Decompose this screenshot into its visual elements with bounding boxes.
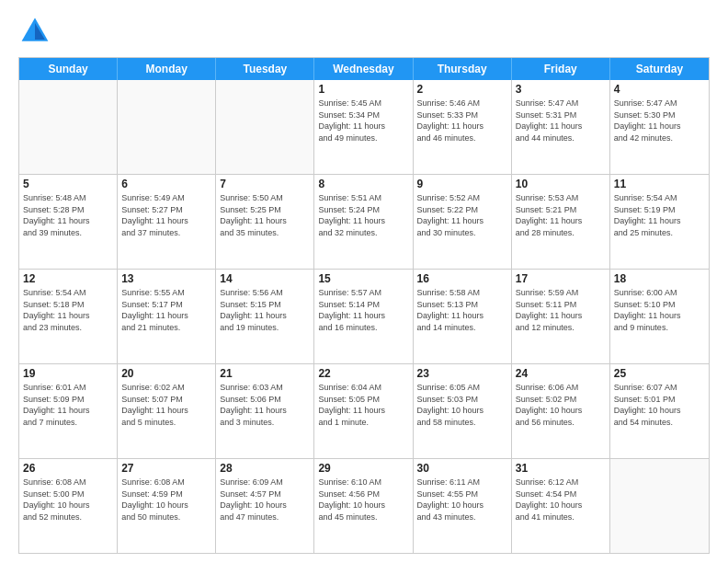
day-info: Sunrise: 6:07 AM Sunset: 5:01 PM Dayligh…: [614, 382, 705, 428]
day-info: Sunrise: 6:08 AM Sunset: 5:00 PM Dayligh…: [23, 477, 113, 523]
weekday-header-saturday: Saturday: [610, 58, 709, 80]
day-number: 1: [318, 83, 408, 96]
day-number: 2: [417, 83, 507, 96]
calendar-day-6: 6Sunrise: 5:49 AM Sunset: 5:27 PM Daylig…: [118, 175, 216, 269]
weekday-header-sunday: Sunday: [19, 58, 118, 80]
day-number: 28: [220, 462, 310, 475]
calendar-day-11: 11Sunrise: 5:54 AM Sunset: 5:19 PM Dayli…: [610, 175, 709, 269]
calendar-day-22: 22Sunrise: 6:04 AM Sunset: 5:05 PM Dayli…: [314, 364, 413, 458]
calendar-day-9: 9Sunrise: 5:52 AM Sunset: 5:22 PM Daylig…: [414, 175, 512, 269]
calendar-day-15: 15Sunrise: 5:57 AM Sunset: 5:14 PM Dayli…: [314, 270, 413, 363]
calendar-day-24: 24Sunrise: 6:06 AM Sunset: 5:02 PM Dayli…: [512, 364, 610, 458]
calendar-day-23: 23Sunrise: 6:05 AM Sunset: 5:03 PM Dayli…: [414, 364, 512, 458]
day-number: 3: [516, 83, 606, 96]
calendar-day-19: 19Sunrise: 6:01 AM Sunset: 5:09 PM Dayli…: [19, 364, 118, 458]
day-info: Sunrise: 5:55 AM Sunset: 5:17 PM Dayligh…: [121, 287, 211, 333]
day-number: 30: [417, 462, 507, 475]
day-info: Sunrise: 6:11 AM Sunset: 4:55 PM Dayligh…: [417, 477, 507, 523]
calendar: SundayMondayTuesdayWednesdayThursdayFrid…: [18, 57, 710, 554]
calendar-day-2: 2Sunrise: 5:46 AM Sunset: 5:33 PM Daylig…: [414, 80, 512, 174]
logo-icon: [18, 15, 51, 48]
day-number: 17: [516, 272, 606, 285]
day-number: 18: [614, 272, 705, 285]
day-number: 26: [23, 462, 113, 475]
calendar-day-empty: [216, 80, 314, 174]
calendar-day-17: 17Sunrise: 5:59 AM Sunset: 5:11 PM Dayli…: [512, 270, 610, 363]
day-info: Sunrise: 5:59 AM Sunset: 5:11 PM Dayligh…: [516, 287, 606, 333]
weekday-header-thursday: Thursday: [414, 58, 512, 80]
day-info: Sunrise: 5:53 AM Sunset: 5:21 PM Dayligh…: [516, 192, 606, 238]
calendar-day-20: 20Sunrise: 6:02 AM Sunset: 5:07 PM Dayli…: [118, 364, 216, 458]
calendar-day-28: 28Sunrise: 6:09 AM Sunset: 4:57 PM Dayli…: [216, 459, 314, 553]
day-info: Sunrise: 5:58 AM Sunset: 5:13 PM Dayligh…: [417, 287, 507, 333]
day-number: 5: [23, 178, 113, 190]
calendar-day-5: 5Sunrise: 5:48 AM Sunset: 5:28 PM Daylig…: [19, 175, 118, 269]
day-number: 9: [417, 178, 507, 190]
day-info: Sunrise: 6:12 AM Sunset: 4:54 PM Dayligh…: [516, 477, 606, 523]
calendar-day-21: 21Sunrise: 6:03 AM Sunset: 5:06 PM Dayli…: [216, 364, 314, 458]
calendar-week-1: 1Sunrise: 5:45 AM Sunset: 5:34 PM Daylig…: [19, 80, 709, 175]
day-number: 15: [318, 272, 408, 285]
calendar-day-29: 29Sunrise: 6:10 AM Sunset: 4:56 PM Dayli…: [314, 459, 413, 553]
day-number: 14: [220, 272, 310, 285]
calendar-day-25: 25Sunrise: 6:07 AM Sunset: 5:01 PM Dayli…: [610, 364, 709, 458]
logo: [18, 15, 57, 48]
calendar-day-empty: [118, 80, 216, 174]
weekday-header-tuesday: Tuesday: [216, 58, 314, 80]
day-number: 20: [121, 367, 211, 380]
calendar-day-3: 3Sunrise: 5:47 AM Sunset: 5:31 PM Daylig…: [512, 80, 610, 174]
day-info: Sunrise: 6:01 AM Sunset: 5:09 PM Dayligh…: [23, 382, 113, 428]
day-number: 29: [318, 462, 408, 475]
weekday-header-wednesday: Wednesday: [314, 58, 413, 80]
day-info: Sunrise: 6:06 AM Sunset: 5:02 PM Dayligh…: [516, 382, 606, 428]
day-info: Sunrise: 5:56 AM Sunset: 5:15 PM Dayligh…: [220, 287, 310, 333]
calendar-week-5: 26Sunrise: 6:08 AM Sunset: 5:00 PM Dayli…: [19, 459, 709, 553]
day-number: 27: [121, 462, 211, 475]
day-number: 11: [614, 178, 705, 190]
day-number: 7: [220, 178, 310, 190]
calendar-day-16: 16Sunrise: 5:58 AM Sunset: 5:13 PM Dayli…: [414, 270, 512, 363]
day-info: Sunrise: 5:54 AM Sunset: 5:18 PM Dayligh…: [23, 287, 113, 333]
calendar-body: 1Sunrise: 5:45 AM Sunset: 5:34 PM Daylig…: [19, 80, 709, 553]
day-number: 6: [121, 178, 211, 190]
calendar-week-3: 12Sunrise: 5:54 AM Sunset: 5:18 PM Dayli…: [19, 270, 709, 364]
day-info: Sunrise: 6:04 AM Sunset: 5:05 PM Dayligh…: [318, 382, 408, 428]
calendar-header-row: SundayMondayTuesdayWednesdayThursdayFrid…: [19, 58, 709, 80]
day-number: 19: [23, 367, 113, 380]
day-number: 13: [121, 272, 211, 285]
day-number: 12: [23, 272, 113, 285]
day-number: 22: [318, 367, 408, 380]
calendar-day-4: 4Sunrise: 5:47 AM Sunset: 5:30 PM Daylig…: [610, 80, 709, 174]
calendar-day-30: 30Sunrise: 6:11 AM Sunset: 4:55 PM Dayli…: [414, 459, 512, 553]
day-info: Sunrise: 5:49 AM Sunset: 5:27 PM Dayligh…: [121, 192, 211, 238]
header: [18, 15, 710, 48]
day-info: Sunrise: 5:52 AM Sunset: 5:22 PM Dayligh…: [417, 192, 507, 238]
calendar-day-31: 31Sunrise: 6:12 AM Sunset: 4:54 PM Dayli…: [512, 459, 610, 553]
day-info: Sunrise: 6:10 AM Sunset: 4:56 PM Dayligh…: [318, 477, 408, 523]
page: SundayMondayTuesdayWednesdayThursdayFrid…: [0, 0, 728, 563]
calendar-week-4: 19Sunrise: 6:01 AM Sunset: 5:09 PM Dayli…: [19, 364, 709, 459]
day-info: Sunrise: 5:51 AM Sunset: 5:24 PM Dayligh…: [318, 192, 408, 238]
calendar-day-1: 1Sunrise: 5:45 AM Sunset: 5:34 PM Daylig…: [314, 80, 413, 174]
calendar-day-empty: [610, 459, 709, 553]
day-info: Sunrise: 5:45 AM Sunset: 5:34 PM Dayligh…: [318, 98, 408, 144]
calendar-week-2: 5Sunrise: 5:48 AM Sunset: 5:28 PM Daylig…: [19, 175, 709, 270]
day-info: Sunrise: 6:09 AM Sunset: 4:57 PM Dayligh…: [220, 477, 310, 523]
calendar-day-14: 14Sunrise: 5:56 AM Sunset: 5:15 PM Dayli…: [216, 270, 314, 363]
day-info: Sunrise: 5:47 AM Sunset: 5:30 PM Dayligh…: [614, 98, 705, 144]
calendar-day-empty: [19, 80, 118, 174]
calendar-day-12: 12Sunrise: 5:54 AM Sunset: 5:18 PM Dayli…: [19, 270, 118, 363]
day-info: Sunrise: 5:57 AM Sunset: 5:14 PM Dayligh…: [318, 287, 408, 333]
day-info: Sunrise: 6:02 AM Sunset: 5:07 PM Dayligh…: [121, 382, 211, 428]
day-number: 4: [614, 83, 705, 96]
day-info: Sunrise: 5:48 AM Sunset: 5:28 PM Dayligh…: [23, 192, 113, 238]
day-info: Sunrise: 5:54 AM Sunset: 5:19 PM Dayligh…: [614, 192, 705, 238]
day-info: Sunrise: 6:00 AM Sunset: 5:10 PM Dayligh…: [614, 287, 705, 333]
day-info: Sunrise: 6:03 AM Sunset: 5:06 PM Dayligh…: [220, 382, 310, 428]
day-number: 23: [417, 367, 507, 380]
calendar-day-26: 26Sunrise: 6:08 AM Sunset: 5:00 PM Dayli…: [19, 459, 118, 553]
calendar-day-7: 7Sunrise: 5:50 AM Sunset: 5:25 PM Daylig…: [216, 175, 314, 269]
calendar-day-10: 10Sunrise: 5:53 AM Sunset: 5:21 PM Dayli…: [512, 175, 610, 269]
calendar-day-18: 18Sunrise: 6:00 AM Sunset: 5:10 PM Dayli…: [610, 270, 709, 363]
day-number: 25: [614, 367, 705, 380]
